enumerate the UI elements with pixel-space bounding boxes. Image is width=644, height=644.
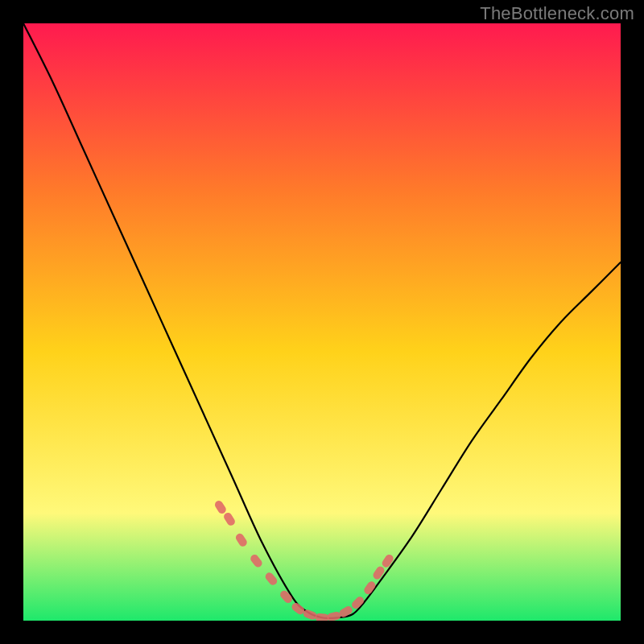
chart-frame: TheBottleneck.com — [0, 0, 644, 644]
chart-svg — [23, 23, 621, 621]
plot-area — [23, 23, 621, 621]
watermark-text: TheBottleneck.com — [480, 3, 634, 24]
gradient-background — [23, 23, 621, 621]
